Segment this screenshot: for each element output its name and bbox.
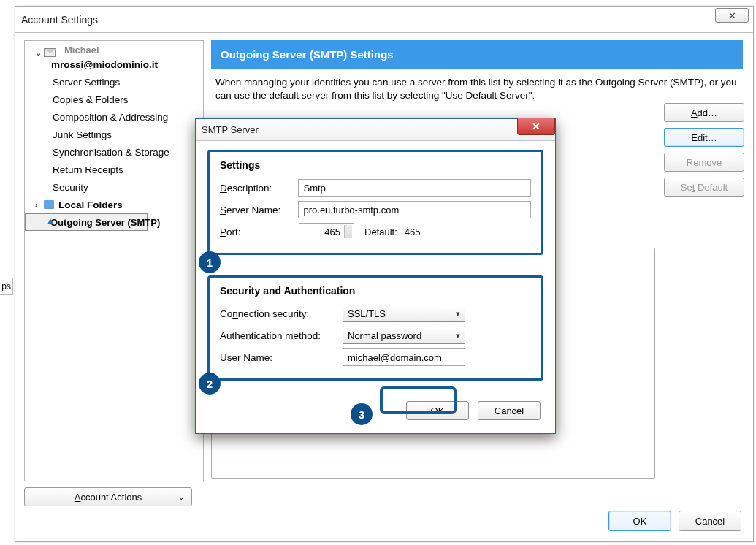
spin-down-icon[interactable]: ▼ — [346, 232, 351, 237]
description-input[interactable] — [298, 179, 531, 197]
dialog-title: SMTP Server — [202, 124, 259, 135]
set-default-button[interactable]: Set Default — [664, 178, 744, 197]
connection-security-select[interactable]: SSL/TLS — [343, 305, 465, 322]
username-label: User Name: — [220, 352, 343, 363]
annotation-2: 2 — [199, 373, 221, 395]
content-title: Outgoing Server (SMTP) Settings — [211, 40, 743, 69]
spin-up-icon[interactable]: ▲ — [346, 225, 351, 230]
port-input[interactable] — [299, 223, 354, 240]
window-titlebar: Account Settings ✕ — [15, 7, 753, 33]
tree-local-folders[interactable]: › Local Folders — [25, 196, 203, 213]
account-actions-button[interactable]: Account Actions ⌄ — [24, 487, 192, 506]
smtp-server-dialog: SMTP Server ✕ Settings Description: Serv… — [195, 118, 556, 434]
window-cancel-button[interactable]: Cancel — [679, 511, 741, 531]
dialog-cancel-button[interactable]: Cancel — [478, 401, 541, 420]
window-title: Account Settings — [21, 14, 98, 26]
auth-method-select[interactable]: Normal password — [343, 327, 465, 344]
default-port-label: Default: — [364, 226, 397, 237]
dialog-footer: OK Cancel — [207, 401, 543, 423]
connection-security-label: Connection security: — [220, 308, 343, 319]
security-legend: Security and Authentication — [220, 285, 531, 297]
annotation-3: 3 — [351, 403, 373, 425]
dialog-ok-button[interactable]: OK — [406, 401, 469, 420]
dialog-close-button[interactable]: ✕ — [517, 118, 555, 135]
mail-icon — [44, 48, 56, 57]
window-close-button[interactable]: ✕ — [715, 8, 749, 23]
account-tree[interactable]: ⌄ Michael mrossi@miodominio.it Server Se… — [24, 40, 204, 481]
tree-item-composition[interactable]: Composition & Addressing — [25, 108, 203, 126]
auth-method-label: Authentication method: — [220, 330, 343, 341]
description-label: Description: — [220, 183, 298, 194]
tree-item-receipts[interactable]: Return Receipts — [25, 161, 203, 178]
port-label: Port: — [220, 226, 299, 237]
tree-item-copies-folders[interactable]: Copies & Folders — [25, 91, 203, 108]
chevron-down-icon: ⌄ — [178, 493, 184, 501]
username-input[interactable] — [343, 348, 465, 366]
caret-down-icon: ⌄ — [35, 48, 42, 58]
port-spinner[interactable]: ▲ ▼ — [299, 223, 354, 240]
window-ok-button[interactable]: OK — [608, 511, 671, 531]
settings-fieldset: Settings Description: Server Name: Port:… — [207, 150, 543, 255]
tree-account-root[interactable]: ⌄ — [25, 44, 203, 61]
remove-button[interactable]: Remove — [664, 153, 744, 172]
add-button[interactable]: Add… — [664, 103, 744, 122]
security-fieldset: Security and Authentication Connection s… — [207, 275, 543, 381]
tree-item-sync[interactable]: Synchronisation & Storage — [25, 143, 203, 161]
left-sliver: ps — [0, 278, 13, 295]
account-tree-panel: ⌄ Michael mrossi@miodominio.it Server Se… — [24, 40, 204, 506]
server-name-input[interactable] — [298, 201, 531, 218]
default-port-value: 465 — [405, 226, 421, 237]
dialog-titlebar: SMTP Server ✕ — [196, 119, 555, 141]
tree-item-security[interactable]: Security — [25, 178, 203, 196]
content-description: When managing your identities you can us… — [211, 69, 743, 107]
edit-button[interactable]: Edit… — [664, 128, 744, 147]
settings-legend: Settings — [220, 159, 531, 171]
server-name-label: Server Name: — [220, 205, 298, 216]
annotation-1: 1 — [199, 251, 221, 273]
caret-right-icon: › — [35, 200, 42, 209]
tree-item-junk[interactable]: Junk Settings — [25, 126, 203, 143]
tree-item-server-settings[interactable]: Server Settings — [25, 73, 203, 91]
window-footer: OK Cancel — [15, 506, 753, 541]
tree-outgoing-server[interactable]: Outgoing Server (SMTP) — [25, 213, 148, 231]
folder-icon — [44, 200, 54, 209]
tree-account-name: Michael — [64, 45, 99, 56]
